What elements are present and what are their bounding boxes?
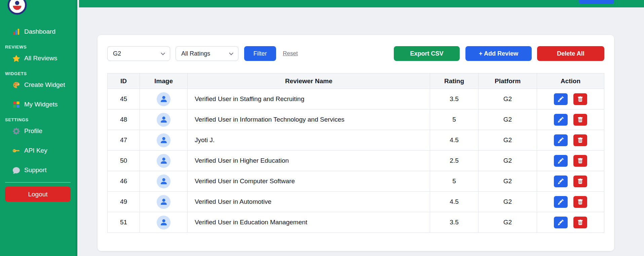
sidebar-item-label: Create Widget bbox=[24, 81, 65, 89]
sidebar-section-settings: SETTINGS bbox=[0, 116, 76, 124]
logout-button[interactable]: Logout bbox=[5, 187, 71, 202]
cell-reviewer-name: Verified User in Education Management bbox=[188, 212, 430, 233]
pencil-icon bbox=[558, 117, 564, 123]
widgets-grid-icon bbox=[12, 101, 20, 108]
delete-button[interactable] bbox=[573, 217, 587, 228]
cell-platform: G2 bbox=[479, 89, 537, 109]
column-header-id: ID bbox=[108, 73, 140, 89]
cell-reviewer-name: Verified User in Computer Software bbox=[188, 171, 430, 192]
person-icon bbox=[160, 177, 168, 185]
column-header-action: Action bbox=[537, 73, 604, 89]
delete-button[interactable] bbox=[573, 93, 587, 105]
cell-id: 45 bbox=[108, 89, 140, 109]
trash-icon bbox=[577, 117, 583, 123]
cell-rating: 5 bbox=[430, 171, 479, 192]
topbar-cutoff-button[interactable] bbox=[579, 0, 614, 4]
cell-rating: 2.5 bbox=[430, 151, 479, 171]
delete-button[interactable] bbox=[573, 134, 587, 146]
avatar bbox=[157, 133, 171, 147]
column-header-image: Image bbox=[140, 73, 188, 89]
column-header-rating: Rating bbox=[430, 73, 479, 89]
cell-image bbox=[140, 151, 188, 171]
cell-image bbox=[140, 212, 188, 233]
sidebar-item-dashboard[interactable]: Dashboard bbox=[0, 24, 76, 39]
filter-button[interactable]: Filter bbox=[244, 46, 276, 61]
export-csv-button[interactable]: Export CSV bbox=[394, 46, 460, 61]
toolbar: G2 All Ratings Filter Reset Export CSV +… bbox=[107, 46, 604, 61]
cell-reviewer-name: Jyoti J. bbox=[188, 130, 430, 151]
platform-select[interactable]: G2 bbox=[107, 46, 170, 61]
sidebar-item-profile[interactable]: Profile bbox=[0, 124, 76, 138]
avatar bbox=[157, 174, 171, 188]
avatar bbox=[157, 113, 171, 127]
avatar bbox=[157, 216, 171, 229]
edit-button[interactable] bbox=[554, 196, 568, 208]
pencil-icon bbox=[558, 199, 564, 205]
cell-id: 46 bbox=[108, 171, 140, 192]
edit-button[interactable] bbox=[554, 93, 568, 105]
trash-icon bbox=[577, 158, 583, 164]
delete-button[interactable] bbox=[573, 196, 587, 208]
table-row: 46 Verified User in Computer Software 5 … bbox=[108, 171, 604, 192]
avatar bbox=[157, 154, 171, 168]
cell-rating: 3.5 bbox=[430, 212, 479, 233]
edit-button[interactable] bbox=[554, 217, 568, 228]
platform-select-value: G2 bbox=[113, 50, 121, 57]
edit-button[interactable] bbox=[554, 175, 568, 187]
sidebar-item-all-reviews[interactable]: All Reviews bbox=[0, 51, 76, 66]
person-icon bbox=[160, 218, 168, 226]
edit-button[interactable] bbox=[554, 114, 568, 126]
reset-link[interactable]: Reset bbox=[283, 50, 298, 57]
edit-button[interactable] bbox=[554, 155, 568, 167]
rating-select[interactable]: All Ratings bbox=[176, 46, 238, 61]
sidebar-item-my-widgets[interactable]: My Widgets bbox=[0, 97, 76, 112]
table-header-row: ID Image Reviewer Name Rating Platform A… bbox=[108, 73, 604, 89]
cell-action bbox=[537, 151, 604, 171]
table-row: 50 Verified User in Higher Education 2.5… bbox=[108, 151, 604, 171]
reviews-table: ID Image Reviewer Name Rating Platform A… bbox=[107, 73, 604, 233]
app-root: Dashboard REVIEWS All Reviews WIDGETS Cr… bbox=[0, 0, 644, 256]
sidebar-item-create-widget[interactable]: Create Widget bbox=[0, 77, 76, 92]
delete-button[interactable] bbox=[573, 155, 587, 167]
cell-action bbox=[537, 171, 604, 192]
sidebar-item-support[interactable]: Support bbox=[0, 163, 76, 178]
cell-reviewer-name: Verified User in Higher Education bbox=[188, 151, 430, 171]
logo-icon bbox=[7, 0, 27, 15]
cell-platform: G2 bbox=[479, 192, 537, 212]
delete-button[interactable] bbox=[573, 114, 587, 126]
cell-action bbox=[537, 109, 604, 130]
app-logo[interactable] bbox=[7, 0, 27, 15]
cell-image bbox=[140, 192, 188, 212]
delete-button[interactable] bbox=[573, 175, 587, 187]
person-icon bbox=[160, 157, 168, 165]
cell-image bbox=[140, 109, 188, 130]
cell-action bbox=[537, 192, 604, 212]
cell-id: 47 bbox=[108, 130, 140, 151]
cell-platform: G2 bbox=[479, 151, 537, 171]
cell-action bbox=[537, 89, 604, 109]
cell-id: 49 bbox=[108, 192, 140, 212]
avatar bbox=[157, 195, 171, 209]
pencil-icon bbox=[558, 158, 564, 164]
cell-action bbox=[537, 212, 604, 233]
cell-reviewer-name: Verified User in Staffing and Recruiting bbox=[188, 89, 430, 109]
cell-rating: 3.5 bbox=[430, 89, 479, 109]
cell-rating: 4.5 bbox=[430, 192, 479, 212]
chevron-down-icon bbox=[161, 51, 165, 55]
add-review-button[interactable]: + Add Review bbox=[465, 46, 532, 61]
trash-icon bbox=[577, 220, 583, 225]
edit-button[interactable] bbox=[554, 134, 568, 146]
sidebar-item-label: My Widgets bbox=[24, 101, 58, 108]
sidebar-item-api-key[interactable]: API Key bbox=[0, 143, 76, 158]
delete-all-button[interactable]: Delete All bbox=[537, 46, 604, 61]
rating-select-value: All Ratings bbox=[181, 50, 210, 57]
cell-id: 48 bbox=[108, 109, 140, 130]
pencil-icon bbox=[558, 220, 564, 225]
cell-rating: 4.5 bbox=[430, 130, 479, 151]
sidebar-section-widgets: WIDGETS bbox=[0, 70, 76, 77]
sidebar-item-label: Support bbox=[24, 166, 47, 174]
key-icon bbox=[12, 147, 20, 154]
topbar bbox=[79, 0, 644, 7]
person-icon bbox=[160, 136, 168, 144]
cell-id: 51 bbox=[108, 212, 140, 233]
